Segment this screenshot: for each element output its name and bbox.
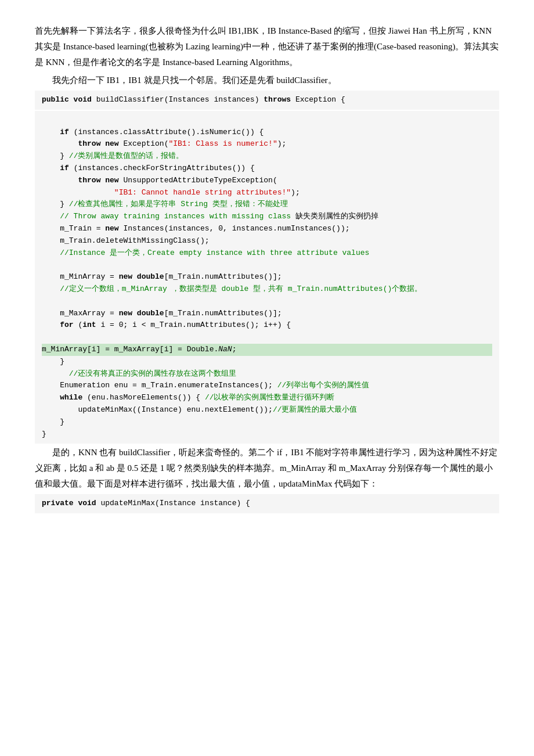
paragraph-3: 是的，KNN 也有 buildClassifier，听起来蛮奇怪的。第二个 if…	[35, 445, 499, 492]
paragraph-1: 首先先解释一下算法名字，很多人很奇怪为什么叫 IB1,IBK，IB Instan…	[35, 23, 499, 70]
code-block-3: private void updateMinMax(Instance insta…	[35, 494, 499, 513]
code-block-1: public void buildClassifier(Instances in…	[35, 91, 499, 110]
main-content: 首先先解释一下算法名字，很多人很奇怪为什么叫 IB1,IBK，IB Instan…	[35, 23, 499, 513]
paragraph-2: 我先介绍一下 IB1，IB1 就是只找一个邻居。我们还是先看 buildClas…	[35, 73, 499, 88]
code-block-2: if (instances.classAttribute().isNumeric…	[35, 111, 499, 444]
